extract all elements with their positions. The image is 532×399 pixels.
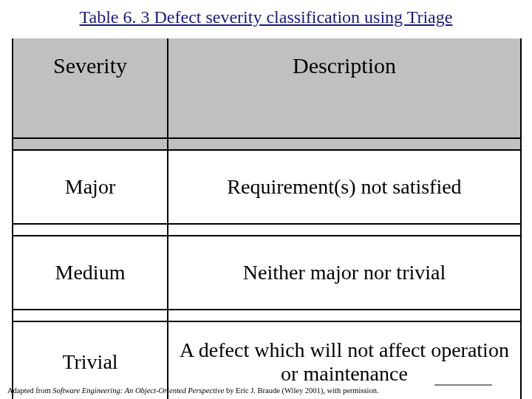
spacer-cell [168,224,521,236]
severity-table: Severity Description Major Requirement(s… [12,38,522,399]
cell-description: Neither major nor trivial [168,236,521,310]
cell-severity: Medium [13,236,168,310]
table-spacer [13,310,521,321]
cell-severity: Major [13,150,168,224]
table-spacer [13,224,521,236]
header-severity: Severity [13,38,168,138]
slide-title: Table 6. 3 Defect severity classificatio… [0,7,532,27]
spacer-cell [13,138,168,150]
table-row: Major Requirement(s) not satisfied [13,150,521,224]
spacer-cell [168,138,521,150]
footer-rule [434,384,492,386]
header-description: Description [168,38,521,138]
attribution-text: Adapted from Software Engineering: An Ob… [7,386,379,395]
cell-description: Requirement(s) not satisfied [168,150,521,224]
table-header-row: Severity Description [13,38,521,138]
spacer-cell [13,224,168,236]
table-spacer [13,138,521,150]
attribution-suffix: by Eric J. Braude (Wiley 2001), with per… [224,386,378,395]
attribution-book: Software Engineering: An Object-Oriented… [52,386,224,395]
attribution-prefix: Adapted from [7,386,52,395]
table-row: Medium Neither major nor trivial [13,236,521,310]
slide: Table 6. 3 Defect severity classificatio… [0,0,532,399]
spacer-cell [13,310,168,321]
spacer-cell [168,310,521,321]
